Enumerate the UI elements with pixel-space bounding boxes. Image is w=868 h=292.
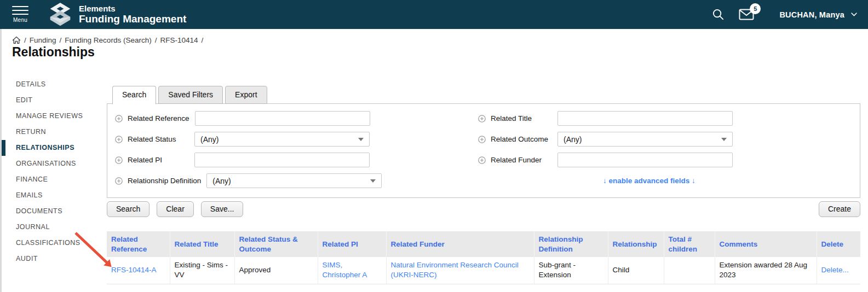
- sidebar-item-classifications[interactable]: CLASSIFICATIONS: [2, 235, 107, 251]
- filter-label-wrap: Related Reference: [115, 114, 195, 122]
- enable-advanced-fields-link[interactable]: ↓ enable advanced fields ↓: [603, 177, 695, 185]
- delete-link[interactable]: Delete...: [821, 266, 849, 274]
- save-button[interactable]: Save...: [201, 201, 244, 217]
- related-outcome-select[interactable]: (Any): [557, 132, 733, 147]
- related-reference-link[interactable]: RFS-10414-A: [111, 266, 157, 274]
- search-button[interactable]: Search: [107, 201, 150, 217]
- sidebar-item-relationships[interactable]: RELATIONSHIPS: [2, 140, 107, 156]
- comments-cell: Extension awarded 28 Aug 2023: [720, 261, 808, 279]
- sidebar-item-manage-reviews[interactable]: MANAGE REVIEWS: [2, 108, 107, 124]
- related-title-input[interactable]: [557, 111, 733, 126]
- circle-plus-icon[interactable]: [115, 177, 123, 185]
- page-title: Relationships: [12, 45, 95, 60]
- brand-title: Elements Funding Management: [79, 4, 186, 25]
- circle-plus-icon[interactable]: [478, 156, 486, 164]
- filter-row-related-pi: Related PI: [115, 153, 370, 167]
- select-value: (Any): [200, 135, 219, 144]
- app-header: Menu Elements Funding Management 5 BUCHA…: [0, 0, 868, 29]
- relationships-table: Related Reference Related Title Related …: [107, 231, 860, 284]
- tab-export[interactable]: Export: [225, 86, 267, 104]
- dropdown-caret-icon: [370, 179, 376, 183]
- filter-label-wrap: Related Outcome: [478, 135, 557, 143]
- messages-button[interactable]: 5: [739, 9, 754, 20]
- breadcrumb-separator: /: [201, 36, 203, 44]
- filter-row-related-status: Related Status (Any): [115, 132, 370, 147]
- related-pi-input[interactable]: [194, 153, 370, 167]
- column-header-delete[interactable]: Delete: [817, 231, 860, 257]
- relationship-cell: Child: [613, 266, 630, 274]
- related-reference-input[interactable]: [195, 111, 370, 126]
- column-header-related-title[interactable]: Related Title: [170, 231, 234, 257]
- breadcrumb-funding-records[interactable]: Funding Records (Search): [65, 36, 151, 44]
- filter-label-wrap: Related Status: [115, 135, 194, 143]
- filter-label: Related Title: [491, 114, 532, 122]
- related-funder-link[interactable]: Natural Environment Research Council (UK…: [391, 261, 519, 279]
- user-name: BUCHAN, Manya: [779, 10, 844, 19]
- filter-label-wrap: Related Funder: [478, 156, 557, 164]
- elements-logo-icon[interactable]: [48, 2, 72, 28]
- column-header-relationship[interactable]: Relationship: [608, 231, 664, 257]
- related-pi-link[interactable]: SIMS, Christopher A: [323, 261, 367, 279]
- relationship-definition-select[interactable]: (Any): [206, 173, 382, 188]
- related-funder-input[interactable]: [557, 153, 733, 167]
- relationship-definition-cell: Sub-grant - Extension: [539, 261, 576, 279]
- user-menu[interactable]: BUCHAN, Manya: [779, 10, 857, 19]
- breadcrumb: / Funding / Funding Records (Search) / R…: [12, 36, 203, 44]
- brand-line2: Funding Management: [79, 13, 186, 25]
- related-status-select[interactable]: (Any): [194, 132, 370, 147]
- filter-row-related-funder: Related Funder: [478, 153, 733, 167]
- clear-button[interactable]: Clear: [157, 201, 193, 217]
- dropdown-caret-icon: [721, 138, 727, 141]
- sidebar-item-finance[interactable]: FINANCE: [2, 172, 107, 188]
- filter-label-wrap: Related PI: [115, 156, 194, 164]
- tab-saved-filters[interactable]: Saved Filters: [158, 86, 223, 104]
- status-outcome-cell: Approved: [239, 266, 271, 274]
- circle-plus-icon[interactable]: [478, 115, 486, 122]
- menu-label: Menu: [13, 17, 27, 23]
- circle-plus-icon[interactable]: [115, 136, 123, 143]
- sidebar-item-journal[interactable]: JOURNAL: [2, 219, 107, 235]
- circle-plus-icon[interactable]: [115, 156, 123, 164]
- breadcrumb-separator: /: [60, 36, 62, 44]
- create-button[interactable]: Create: [819, 201, 860, 217]
- sidebar-item-edit[interactable]: EDIT: [2, 92, 107, 108]
- filter-row-related-title: Related Title: [478, 111, 733, 126]
- search-filter-panel: Related Reference Related Status (Any) R…: [107, 103, 860, 198]
- menu-button[interactable]: Menu: [12, 6, 28, 23]
- sidebar-item-audit[interactable]: AUDIT: [2, 251, 107, 267]
- circle-plus-icon[interactable]: [115, 115, 123, 122]
- filter-label: Related PI: [128, 156, 162, 164]
- hamburger-icon: [12, 6, 28, 15]
- column-header-related-reference[interactable]: Related Reference: [107, 231, 170, 257]
- filter-tabs: Search Saved Filters Export: [112, 86, 267, 104]
- home-icon[interactable]: [12, 36, 21, 44]
- sidebar: DETAILS EDIT MANAGE REVIEWS RETURN RELAT…: [2, 77, 107, 267]
- sidebar-item-organisations[interactable]: ORGANISATIONS: [2, 156, 107, 172]
- filter-row-relationship-definition: Relationship Definition (Any): [115, 173, 382, 188]
- breadcrumb-record-id[interactable]: RFS-10414: [160, 36, 198, 44]
- breadcrumb-funding[interactable]: Funding: [30, 36, 56, 44]
- sidebar-item-emails[interactable]: EMAILS: [2, 188, 107, 203]
- filter-label: Related Status: [128, 135, 176, 143]
- column-header-related-status-outcome[interactable]: Related Status & Outcome: [234, 231, 318, 257]
- column-header-related-pi[interactable]: Related PI: [318, 231, 386, 257]
- header-search-button[interactable]: [712, 8, 725, 21]
- breadcrumb-separator: /: [24, 36, 26, 44]
- chevron-down-icon: [851, 13, 857, 16]
- column-header-comments[interactable]: Comments: [715, 231, 817, 257]
- breadcrumb-separator: /: [155, 36, 157, 44]
- column-header-related-funder[interactable]: Related Funder: [386, 231, 534, 257]
- select-value: (Any): [212, 177, 231, 185]
- column-header-total-children[interactable]: Total # children: [664, 231, 715, 257]
- column-header-relationship-definition[interactable]: Relationship Definition: [534, 231, 608, 257]
- filter-label-wrap: Related Title: [478, 114, 557, 122]
- table-header-row: Related Reference Related Title Related …: [107, 231, 860, 257]
- messages-count-badge: 5: [750, 3, 761, 14]
- sidebar-item-details[interactable]: DETAILS: [2, 77, 107, 92]
- sidebar-item-documents[interactable]: DOCUMENTS: [2, 203, 107, 219]
- circle-plus-icon[interactable]: [478, 136, 486, 143]
- sidebar-item-return[interactable]: RETURN: [2, 124, 107, 140]
- tab-search[interactable]: Search: [112, 86, 156, 104]
- search-icon: [712, 8, 725, 21]
- select-value: (Any): [564, 135, 582, 144]
